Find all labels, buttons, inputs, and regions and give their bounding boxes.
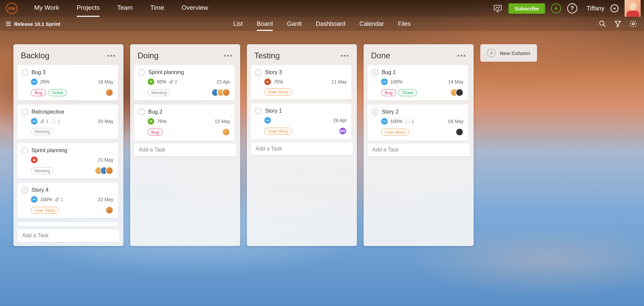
nav-team[interactable]: Team (117, 4, 132, 13)
task-card[interactable]: Bug 2 75% 15 May Bug (134, 105, 235, 140)
card-header: Bug 1 (372, 69, 464, 76)
nav-overview[interactable]: Overview (181, 4, 208, 13)
tab-gantt[interactable]: Gantt (287, 20, 302, 27)
card-header: Sprint planning (138, 69, 230, 76)
due-date: 22 Apr (217, 79, 230, 84)
assignee-avatar[interactable] (105, 88, 113, 97)
search-icon[interactable] (598, 19, 607, 28)
assignee-avatar[interactable]: MS (339, 127, 347, 135)
assignee-avatar[interactable] (105, 167, 113, 175)
tag: Ticket (48, 89, 67, 96)
status-icon (31, 78, 38, 85)
task-card[interactable]: Sprint planning 50% 2 22 Apr Meeting (134, 65, 235, 101)
user-menu-chevron[interactable] (610, 4, 619, 12)
complete-checkbox[interactable] (138, 109, 145, 115)
status-icon (31, 196, 38, 203)
subscribe-button[interactable]: Subscribe (508, 3, 545, 14)
percent-label: 75% (157, 119, 166, 124)
task-card[interactable]: Story 3 75% 11 May User Story (251, 65, 352, 100)
tab-board[interactable]: Board (257, 20, 273, 27)
menu-icon[interactable] (6, 22, 11, 26)
add-task-input[interactable]: Add a Task (251, 142, 353, 155)
add-task-input[interactable]: Add a Task (134, 143, 236, 156)
nav-time[interactable]: Time (150, 4, 164, 13)
complete-checkbox[interactable] (21, 147, 28, 154)
assignee-avatar[interactable] (455, 88, 464, 97)
status-icon (264, 117, 271, 124)
card-header: Story 2 (372, 109, 464, 115)
percent-label: 100% (40, 197, 52, 202)
board: ⋮ Backlog ••• Bug 3 25% 18 May BugTicket (0, 31, 644, 306)
assignee-avatar[interactable] (105, 206, 113, 214)
task-card[interactable]: Story 4 100% 1 22 May User Story (17, 183, 118, 218)
card-meta-row: 75% 11 May (264, 78, 347, 85)
task-card[interactable]: Story 2 100% 1 04 May User Story (368, 105, 468, 140)
tags-row: Bug (148, 128, 230, 136)
percent-label: 100% (390, 119, 402, 124)
card-list: Bug 1 100% 14 May BugTicket Story 2 10 (368, 65, 470, 140)
assignee-list (211, 88, 230, 97)
tag: Meeting (31, 128, 54, 135)
assignee-avatar[interactable] (455, 128, 464, 136)
percent-label: 75% (274, 79, 283, 84)
task-card[interactable]: Retrospective 1 1 20 May Meeting (17, 105, 118, 139)
presentation-icon[interactable] (493, 4, 502, 13)
card-meta-row: 25% 18 May (31, 78, 113, 85)
task-card[interactable]: Story 5 25 May (17, 222, 118, 226)
filter-icon[interactable] (613, 19, 623, 28)
tag: Bug (381, 89, 396, 96)
card-title: Bug 1 (382, 69, 396, 75)
column: Doing ••• Sprint planning 50% 2 22 Apr M… (130, 44, 240, 246)
add-task-input[interactable]: Add a Task (17, 229, 119, 242)
complete-checkbox[interactable] (372, 109, 378, 115)
settings-icon[interactable] (629, 19, 638, 28)
new-column-label: New Column (500, 50, 530, 56)
due-date: 11 May (331, 79, 347, 84)
complete-checkbox[interactable] (255, 108, 262, 114)
due-date: 20 May (98, 119, 113, 124)
card-meta-row: 100% 1 22 May (31, 196, 113, 203)
help-button[interactable]: ? (567, 3, 577, 13)
card-list: Sprint planning 50% 2 22 Apr Meeting Bug… (134, 65, 236, 140)
card-header: Story 4 (21, 187, 113, 193)
tab-files[interactable]: Files (398, 20, 411, 27)
complete-checkbox[interactable] (372, 69, 378, 76)
complete-checkbox[interactable] (21, 69, 28, 76)
tab-list[interactable]: List (233, 20, 243, 27)
status-icon (148, 78, 154, 85)
svg-rect-4 (33, 121, 36, 122)
card-meta-row: 75% 15 May (148, 118, 230, 125)
complete-checkbox[interactable] (21, 187, 28, 193)
complete-checkbox[interactable] (21, 109, 28, 115)
tab-calendar[interactable]: Calendar (360, 20, 384, 27)
task-card[interactable]: Sprint planning 21 May Meeting (17, 143, 118, 179)
add-task-input[interactable]: Add a Task (368, 143, 470, 156)
logo-icon[interactable]: PM (6, 3, 17, 14)
complete-checkbox[interactable] (138, 69, 145, 76)
nav-my-work[interactable]: My Work (34, 4, 59, 13)
assignee-avatar[interactable] (222, 128, 230, 136)
tags-row: BugTicket (31, 88, 113, 97)
tag: User Story (31, 207, 59, 214)
tab-dashboard[interactable]: Dashboard (316, 20, 345, 27)
side-handle-icon[interactable]: ⋮ (1, 165, 7, 172)
due-date: 15 May (215, 119, 230, 124)
tag: Bug (31, 89, 46, 96)
assignee-avatar[interactable] (222, 88, 230, 97)
view-tabs: List Board Gantt Dashboard Calendar File… (233, 20, 411, 27)
user-avatar[interactable] (625, 0, 641, 17)
column-menu-icon[interactable]: ••• (457, 52, 466, 60)
add-button[interactable]: + (551, 3, 561, 13)
complete-checkbox[interactable] (255, 69, 262, 76)
column-menu-icon[interactable]: ••• (224, 52, 233, 60)
new-column-button[interactable]: + New Column (480, 44, 537, 62)
task-card[interactable]: Story 1 28 Apr User Story MS (251, 104, 352, 139)
column-menu-icon[interactable]: ••• (107, 52, 116, 60)
card-header: Story 1 (255, 108, 347, 114)
column-menu-icon[interactable]: ••• (340, 52, 350, 60)
task-card[interactable]: Bug 3 25% 18 May BugTicket (17, 65, 118, 101)
column-header: Done ••• (368, 49, 470, 65)
task-card[interactable]: Bug 1 100% 14 May BugTicket (368, 65, 468, 101)
nav-projects[interactable]: Projects (77, 4, 100, 13)
project-title-area[interactable]: Release 10.1 Sprint (6, 21, 60, 27)
